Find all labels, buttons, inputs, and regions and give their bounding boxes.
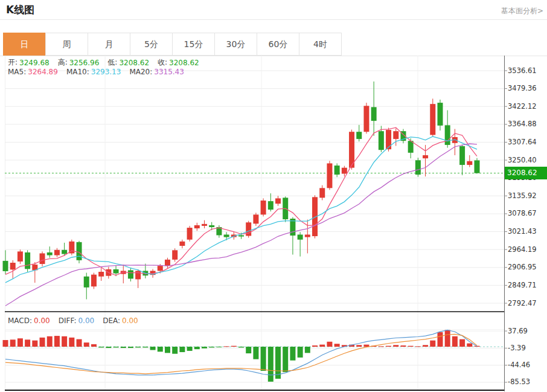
ohlc-legend: 开: 3249.68 高: 3256.96 低: 3208.62 收: 3208… — [8, 57, 208, 68]
diff-label: DIFF: — [59, 316, 77, 325]
high-label: 高: — [58, 57, 68, 68]
open-value: 3249.68 — [19, 59, 50, 67]
tab-interval-7[interactable]: 4时 — [299, 33, 342, 56]
fundamental-analysis-link[interactable]: 基本面分析> — [501, 6, 543, 16]
ma10-value: 3293.13 — [91, 68, 121, 76]
y-axis-label: 2792.47 — [508, 299, 537, 307]
y-axis-label: 2906.95 — [508, 263, 537, 271]
tab-interval-5[interactable]: 30分 — [214, 33, 257, 56]
high-value: 3256.96 — [69, 59, 100, 67]
macd-label: MACD: — [8, 316, 32, 325]
ma10-label: MA10: — [66, 68, 89, 76]
y-axis-label: 3021.43 — [508, 227, 537, 236]
macd-value: 0.00 — [34, 316, 50, 325]
current-price-tag: 3208.62 — [505, 167, 547, 179]
ma20-value: 3315.43 — [154, 68, 184, 76]
diff-value: 0.00 — [78, 316, 94, 325]
y-axis-label: 3307.64 — [508, 138, 537, 146]
ma5-label: MA5: — [8, 68, 26, 76]
y-axis-label: 3135.92 — [508, 191, 537, 200]
y-axis-label: 3536.61 — [508, 66, 537, 75]
open-label: 开: — [8, 57, 18, 68]
page-title: K线图 — [6, 3, 34, 17]
tab-interval-1[interactable]: 周 — [45, 33, 88, 56]
interval-tabs: 日周月5分15分30分60分4时 — [3, 33, 342, 56]
tab-interval-2[interactable]: 月 — [88, 33, 130, 56]
ma5-value: 3264.89 — [28, 68, 58, 76]
dea-value: 0.00 — [122, 316, 138, 325]
close-label: 收: — [158, 57, 167, 68]
tab-interval-0[interactable]: 日 — [3, 33, 46, 56]
header-divider — [0, 19, 547, 20]
tab-interval-6[interactable]: 60分 — [257, 33, 299, 56]
y-axis-label: -3.39 — [508, 344, 526, 352]
macd-legend: MACD: 0.00 DIFF: 0.00 DEA: 0.00 — [8, 316, 147, 325]
y-axis-label: 3078.67 — [508, 209, 537, 217]
low-label: 低: — [107, 57, 117, 68]
y-axis-label: -44.46 — [508, 361, 530, 369]
tab-interval-3[interactable]: 5分 — [130, 33, 173, 56]
y-axis-label: 2964.19 — [508, 245, 537, 254]
tab-interval-4[interactable]: 15分 — [172, 33, 215, 56]
close-value: 3208.62 — [169, 59, 199, 67]
y-axis-label: 3250.40 — [508, 156, 537, 164]
ma-legend: MA5: 3264.89 MA10: 3293.13 MA20: 3315.43 — [8, 68, 193, 76]
y-axis-label: 3422.12 — [508, 102, 537, 111]
ma20-label: MA20: — [129, 68, 152, 76]
y-axis-label: 3364.88 — [508, 120, 537, 128]
y-axis-label: 2849.71 — [508, 281, 537, 289]
y-axis-label: 37.69 — [508, 327, 528, 335]
y-axis-label: -85.53 — [508, 378, 530, 386]
y-axis-label: 3479.36 — [508, 84, 537, 92]
dea-label: DEA: — [103, 316, 120, 325]
low-value: 3208.62 — [119, 59, 149, 67]
